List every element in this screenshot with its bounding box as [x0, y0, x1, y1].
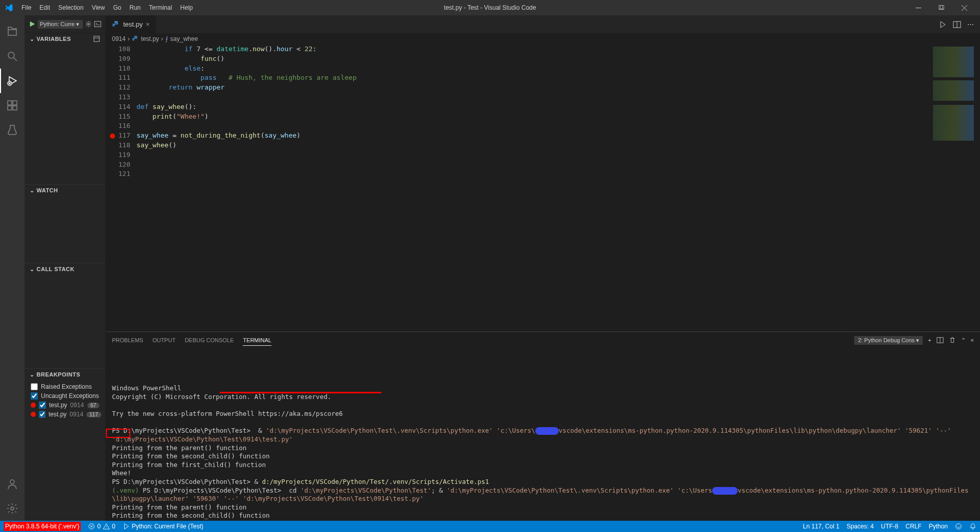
debug-config-select[interactable]: Python: Curre ▾ [38, 20, 83, 29]
menu-help[interactable]: Help [176, 4, 197, 11]
breadcrumb[interactable]: 0914 › test.py › ⨍ say_whee [106, 33, 980, 45]
window-controls [907, 0, 976, 15]
activity-account[interactable] [0, 472, 25, 496]
checkbox[interactable] [39, 402, 46, 409]
vscode-logo-icon [4, 3, 13, 12]
close-tab-button[interactable]: × [146, 20, 150, 28]
main-menu: File Edit Selection View Go Run Terminal… [17, 4, 197, 11]
breakpoint-uncaught[interactable]: Uncaught Exceptions [29, 391, 101, 401]
watch-header[interactable]: ⌄ WATCH [25, 185, 105, 196]
chevron-down-icon: ⌄ [30, 371, 35, 378]
code-editor[interactable]: 1081091101111121131141151161171181191201… [106, 45, 980, 331]
start-debug-button[interactable] [29, 20, 36, 28]
code-content[interactable]: if 7 <= datetime.now().hour < 22: func()… [136, 45, 931, 331]
activity-debug[interactable] [0, 69, 25, 93]
variables-panel: ⌄ VARIABLES [25, 33, 105, 185]
close-panel-button[interactable]: × [971, 337, 974, 343]
collapse-icon[interactable] [93, 35, 100, 42]
activity-bar [0, 15, 25, 521]
checkbox[interactable] [39, 411, 45, 418]
menu-edit[interactable]: Edit [35, 4, 54, 11]
status-feedback[interactable] [951, 523, 966, 530]
breakpoints-header[interactable]: ⌄ BREAKPOINTS [25, 369, 105, 380]
tab-debug-console[interactable]: DEBUG CONSOLE [185, 335, 234, 345]
svg-rect-5 [8, 101, 12, 105]
svg-rect-0 [916, 8, 921, 8]
more-actions-button[interactable]: ⋯ [967, 20, 974, 28]
status-bar: Python 3.8.5 64-bit ('.venv') 0 0 Python… [0, 521, 980, 532]
svg-point-11 [87, 23, 89, 25]
activity-extensions[interactable] [0, 93, 25, 118]
tab-output[interactable]: OUTPUT [152, 335, 175, 345]
debug-console-icon[interactable] [94, 20, 101, 28]
activity-settings[interactable] [0, 496, 25, 521]
maximize-panel-button[interactable]: ⌃ [961, 337, 966, 344]
activity-explorer[interactable] [0, 19, 25, 44]
new-terminal-button[interactable]: + [928, 337, 931, 343]
activity-search[interactable] [0, 44, 25, 69]
breakpoint-file-row[interactable]: test.py 0914 67 [29, 401, 101, 410]
menu-selection[interactable]: Selection [54, 4, 87, 11]
function-icon: ⨍ [165, 35, 168, 42]
svg-point-9 [10, 480, 14, 484]
status-notifications[interactable] [966, 523, 980, 530]
status-eol[interactable]: CRLF [902, 523, 925, 530]
panel-tabs: PROBLEMS OUTPUT DEBUG CONSOLE TERMINAL 2… [106, 332, 980, 348]
callstack-panel: ⌄ CALL STACK [25, 263, 105, 369]
status-encoding[interactable]: UTF-8 [877, 523, 902, 530]
debug-sidebar: Python: Curre ▾ ⌄ VARIABLES ⌄ WATCH ⌄ CA… [25, 15, 106, 521]
menu-view[interactable]: View [87, 4, 109, 11]
split-editor-button[interactable] [953, 20, 961, 29]
status-line-col[interactable]: Ln 117, Col 1 [800, 523, 843, 530]
gear-icon[interactable] [85, 20, 92, 28]
menu-go[interactable]: Go [109, 4, 125, 11]
tab-label: test.py [123, 20, 143, 28]
editor-tabs: test.py × ⋯ [106, 15, 980, 33]
breakpoint-file-row[interactable]: test.py 0914 117 [29, 410, 101, 419]
maximize-button[interactable] [930, 0, 953, 15]
status-indentation[interactable]: Spaces: 4 [843, 523, 877, 530]
svg-rect-13 [94, 36, 100, 42]
debug-toolbar: Python: Curre ▾ [25, 15, 105, 33]
menu-file[interactable]: File [17, 4, 35, 11]
tab-terminal[interactable]: TERMINAL [243, 335, 271, 346]
svg-point-3 [8, 52, 14, 58]
chevron-down-icon: ⌄ [30, 266, 35, 273]
close-button[interactable] [953, 0, 976, 15]
activity-testing[interactable] [0, 118, 25, 142]
title-bar: File Edit Selection View Go Run Terminal… [0, 0, 980, 15]
status-debug-config[interactable]: Python: Current File (Test) [119, 521, 207, 532]
tab-problems[interactable]: PROBLEMS [112, 335, 143, 345]
svg-point-14 [115, 21, 115, 22]
chevron-down-icon: ⌄ [30, 187, 35, 194]
variables-header[interactable]: ⌄ VARIABLES [25, 33, 105, 45]
run-file-button[interactable] [939, 20, 947, 29]
split-terminal-button[interactable] [937, 337, 944, 344]
menu-run[interactable]: Run [125, 4, 145, 11]
svg-point-18 [956, 524, 962, 529]
status-language[interactable]: Python [925, 523, 951, 530]
editor-area: test.py × ⋯ 0914 › test.py › ⨍ say_whee … [106, 15, 980, 521]
python-file-icon [112, 20, 120, 29]
window-title: test.py - Test - Visual Studio Code [444, 4, 536, 11]
svg-rect-8 [13, 106, 17, 110]
breakpoints-panel: ⌄ BREAKPOINTS Raised Exceptions Uncaught… [25, 369, 105, 521]
breakpoint-dot-icon [31, 412, 36, 417]
checkbox[interactable] [31, 383, 38, 390]
status-python-interpreter[interactable]: Python 3.8.5 64-bit ('.venv') [0, 521, 84, 532]
watch-panel: ⌄ WATCH [25, 185, 105, 263]
kill-terminal-button[interactable] [949, 337, 956, 344]
status-problems[interactable]: 0 0 [84, 521, 119, 532]
terminal-select[interactable]: 2: Python Debug Cons ▾ [854, 336, 923, 345]
minimap[interactable] [931, 45, 980, 331]
breakpoint-raised[interactable]: Raised Exceptions [29, 382, 101, 391]
terminal-output[interactable]: Windows PowerShellCopyright (C) Microsof… [106, 348, 980, 521]
chevron-down-icon: ⌄ [30, 36, 35, 42]
callstack-header[interactable]: ⌄ CALL STACK [25, 263, 105, 275]
editor-tab-testpy[interactable]: test.py × [106, 15, 156, 33]
menu-terminal[interactable]: Terminal [145, 4, 176, 11]
python-file-icon [132, 35, 139, 42]
breakpoint-dot-icon [31, 403, 36, 408]
minimize-button[interactable] [907, 0, 930, 15]
checkbox[interactable] [31, 392, 38, 400]
